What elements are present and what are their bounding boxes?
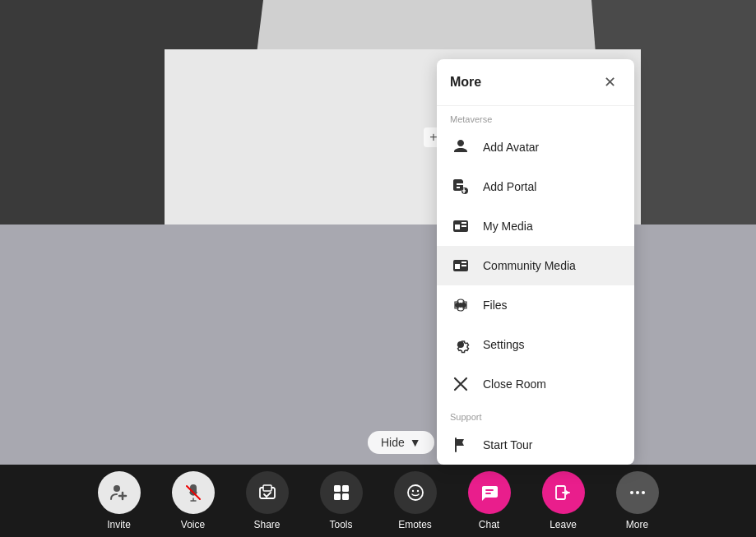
- community-media-icon: [450, 255, 471, 276]
- svg-point-23: [630, 491, 633, 494]
- invite-label: Invite: [107, 519, 131, 530]
- svg-rect-15: [334, 485, 341, 492]
- close-room-icon: [450, 373, 471, 395]
- toolbar-item-invite[interactable]: Invite: [82, 471, 156, 530]
- emotes-label: Emotes: [398, 519, 432, 530]
- close-panel-button[interactable]: ✕: [598, 71, 621, 94]
- svg-rect-16: [342, 485, 349, 492]
- close-room-label: Close Room: [483, 377, 546, 391]
- invite-icon: [98, 471, 141, 514]
- hide-label: Hide: [381, 436, 405, 449]
- menu-item-close-room[interactable]: Close Room: [437, 364, 634, 404]
- svg-rect-7: [461, 262, 466, 263]
- svg-rect-8: [461, 265, 466, 266]
- add-portal-icon: [450, 176, 471, 197]
- leave-icon: [542, 471, 585, 514]
- toolbar-item-voice[interactable]: Voice: [156, 471, 230, 530]
- community-media-label: Community Media: [483, 259, 576, 272]
- menu-item-add-portal[interactable]: Add Portal: [437, 167, 634, 206]
- start-tour-label: Start Tour: [483, 438, 532, 451]
- svg-point-24: [636, 491, 639, 494]
- toolbar-item-share[interactable]: Share: [230, 471, 304, 530]
- svg-point-19: [408, 485, 423, 500]
- share-label: Share: [253, 519, 280, 530]
- svg-rect-4: [461, 225, 466, 227]
- section-metaverse-label: Metaverse: [437, 106, 634, 127]
- svg-point-21: [416, 490, 418, 492]
- svg-rect-17: [334, 493, 341, 500]
- add-avatar-icon: [450, 137, 471, 158]
- tools-icon: [320, 471, 363, 514]
- menu-item-add-avatar[interactable]: Add Avatar: [437, 127, 634, 167]
- files-label: Files: [483, 299, 508, 312]
- files-icon: [450, 294, 471, 316]
- svg-point-11: [458, 303, 463, 308]
- chat-label: Chat: [479, 519, 499, 530]
- more-panel-header: More ✕: [437, 59, 634, 106]
- toolbar-item-emotes[interactable]: Emotes: [378, 471, 452, 530]
- toolbar-item-more[interactable]: More: [601, 471, 675, 530]
- more-panel-title: More: [450, 75, 481, 90]
- section-support-label: Support: [437, 404, 634, 425]
- svg-point-20: [411, 490, 413, 492]
- chat-icon: [468, 471, 511, 514]
- voice-label: Voice: [181, 519, 205, 530]
- toolbar-item-tools[interactable]: Tools: [304, 471, 378, 530]
- more-icon: [616, 471, 659, 514]
- svg-point-25: [642, 491, 645, 494]
- my-media-label: My Media: [483, 220, 533, 233]
- more-panel: More ✕ Metaverse Add Avatar Add Portal: [437, 59, 634, 465]
- toolbar: Invite Voice Share: [0, 465, 756, 537]
- svg-rect-18: [342, 493, 349, 500]
- hide-arrow: ▼: [410, 436, 421, 449]
- svg-rect-2: [455, 225, 460, 229]
- scene-background: [0, 0, 756, 537]
- share-icon: [246, 471, 289, 514]
- emotes-icon: [394, 471, 437, 514]
- settings-label: Settings: [483, 338, 525, 351]
- toolbar-item-chat[interactable]: Chat: [452, 471, 526, 530]
- svg-rect-6: [455, 264, 460, 269]
- add-portal-label: Add Portal: [483, 180, 536, 193]
- voice-icon: [172, 471, 215, 514]
- start-tour-icon: [450, 434, 471, 456]
- svg-rect-3: [461, 222, 466, 224]
- tools-label: Tools: [329, 519, 352, 530]
- svg-point-12: [114, 485, 120, 492]
- menu-item-community-media[interactable]: Community Media: [437, 246, 634, 285]
- hide-button[interactable]: Hide ▼: [368, 431, 434, 454]
- leave-label: Leave: [550, 519, 577, 530]
- add-avatar-label: Add Avatar: [483, 141, 539, 154]
- menu-item-my-media[interactable]: My Media: [437, 206, 634, 246]
- settings-icon: [450, 334, 471, 355]
- my-media-icon: [450, 215, 471, 237]
- svg-rect-14: [263, 485, 271, 491]
- menu-item-files[interactable]: Files: [437, 285, 634, 325]
- menu-item-settings[interactable]: Settings: [437, 325, 634, 364]
- menu-item-start-tour[interactable]: Start Tour: [437, 425, 634, 465]
- more-label: More: [626, 519, 648, 530]
- toolbar-item-leave[interactable]: Leave: [526, 471, 601, 530]
